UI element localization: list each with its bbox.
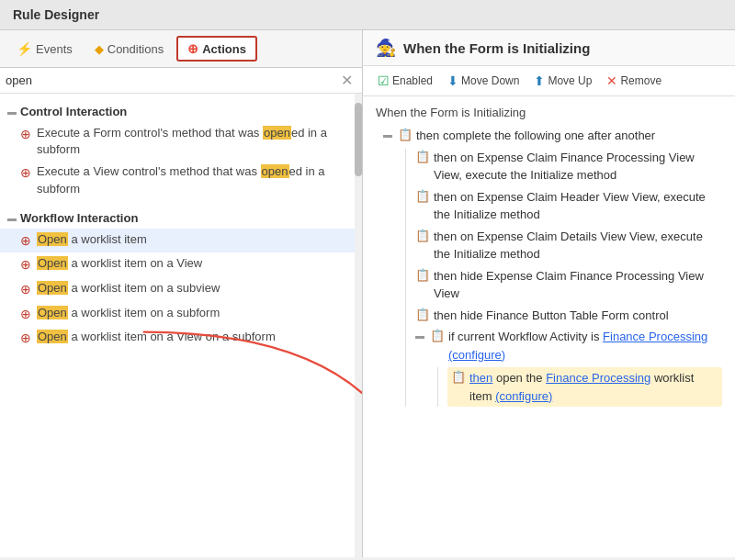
tree-icon-then-open: 📋: [451, 370, 466, 384]
link-configure-1[interactable]: (configure): [448, 348, 505, 362]
page-title: Rule Designer: [0, 0, 735, 30]
list-item-worklist-1[interactable]: ⊕ Open a worklist item: [0, 229, 362, 253]
section-workflow-label: Workflow Interaction: [20, 211, 138, 225]
section-toggle-workflow[interactable]: ▬: [7, 213, 17, 223]
tree-node-if-workflow: ▬ 📋 if current Workflow Activity is Fina…: [415, 328, 722, 364]
tree-text-expense-details: then on Expense Claim Details View View,…: [434, 228, 722, 263]
remove-button[interactable]: ✕ Remove: [601, 72, 667, 90]
tree-text-then-complete: then complete the following one after an…: [416, 127, 722, 145]
section-workflow-interaction: ▬ Workflow Interaction: [0, 207, 362, 229]
highlight-open-1: open: [261, 164, 289, 178]
tab-actions[interactable]: ⊕ Actions: [176, 36, 257, 62]
highlight-open-w4: Open: [37, 330, 68, 343]
move-down-label: Move Down: [461, 74, 519, 87]
link-finance-processing[interactable]: Finance Processing: [603, 330, 707, 343]
tree-root-label: When the Form is Initializing: [376, 106, 722, 119]
right-header-title: When the Form is Initializing: [403, 40, 590, 56]
tree-icon-then-complete: 📋: [398, 128, 413, 141]
list-item-view-control[interactable]: ⊕ Execute a View control's method that w…: [0, 161, 362, 199]
search-input[interactable]: [6, 73, 337, 87]
item-icon-w2: ⊕: [20, 281, 31, 299]
tree-text-hide-finance: then hide Expense Claim Finance Processi…: [434, 267, 722, 303]
item-text-w3: Open a worklist item on a subform: [37, 305, 220, 321]
item-icon-w4: ⊕: [20, 330, 31, 348]
tree-icon-hide-btn: 📋: [415, 308, 430, 321]
tree-icon-expense-header: 📋: [415, 189, 430, 203]
tab-events-label: Events: [36, 42, 73, 56]
scroll-track[interactable]: [355, 94, 362, 557]
link-finance-processing-2[interactable]: Finance Processing: [546, 371, 650, 385]
tree-node-then-open: 📋 then open the Finance Processing workl…: [447, 367, 722, 407]
tree-text-hide-btn: then hide Finance Button Table Form cont…: [434, 307, 722, 325]
right-content: When the Form is Initializing ▬ 📋 then c…: [363, 96, 735, 557]
tree-node-expense-header: 📋 then on Expense Claim Header View View…: [415, 188, 722, 224]
list-item-worklist-5[interactable]: ⊕ Open a worklist item on a View on a su…: [0, 326, 362, 351]
item-text-1: Execute a View control's method that was…: [37, 163, 355, 196]
highlight-open-w3: Open: [37, 306, 68, 319]
tree-node-hide-btn: 📋 then hide Finance Button Table Form co…: [415, 307, 722, 325]
enabled-label: Enabled: [392, 74, 433, 87]
enabled-icon: ☑: [378, 73, 390, 88]
tree-node-expense-finance: 📋 then on Expense Claim Finance Processi…: [415, 149, 722, 185]
actions-icon: ⊕: [187, 41, 198, 56]
list-item-worklist-3[interactable]: ⊕ Open a worklist item on a subview: [0, 277, 362, 302]
tree-text-expense-header: then on Expense Claim Header View View, …: [434, 188, 722, 224]
move-down-button[interactable]: ⬇ Move Down: [442, 72, 525, 90]
item-text-w4: Open a worklist item on a View on a subf…: [37, 329, 276, 345]
highlight-open-w1: Open: [37, 256, 68, 270]
move-down-icon: ⬇: [447, 73, 458, 88]
remove-icon: ✕: [606, 73, 617, 88]
link-then[interactable]: then: [469, 371, 492, 385]
link-configure-2[interactable]: (configure): [495, 389, 552, 403]
tree-text-expense-finance: then on Expense Claim Finance Processing…: [434, 149, 722, 185]
section-toggle-control[interactable]: ▬: [7, 106, 17, 117]
section-control-label: Control Interaction: [20, 105, 127, 118]
list-item-form-control[interactable]: ⊕ Execute a Form control's method that w…: [0, 122, 362, 161]
tree-icon-expense-finance: 📋: [415, 150, 430, 163]
tree-node-expense-details: 📋 then on Expense Claim Details View Vie…: [415, 228, 722, 263]
tree-node-then-complete: ▬ 📋 then complete the following one afte…: [383, 127, 722, 145]
move-up-button[interactable]: ⬆ Move Up: [528, 72, 597, 90]
left-content: ▬ Control Interaction ⊕ Execute a Form c…: [0, 94, 362, 557]
tab-conditions-label: Conditions: [107, 42, 164, 56]
highlight-open-w0: Open: [37, 232, 68, 246]
tree-icon-if-workflow: 📋: [430, 329, 445, 342]
enabled-button[interactable]: ☑ Enabled: [372, 72, 438, 90]
scroll-thumb[interactable]: [355, 103, 362, 176]
events-icon: ⚡: [17, 41, 32, 56]
right-header-icon: 🧙: [376, 38, 396, 58]
right-panel: 🧙 When the Form is Initializing ☑ Enable…: [363, 30, 735, 557]
highlight-open-w2: Open: [37, 281, 68, 295]
tab-actions-label: Actions: [202, 42, 246, 56]
toolbar: ☑ Enabled ⬇ Move Down ⬆ Move Up ✕ Remove: [363, 66, 735, 96]
toggle-then-complete[interactable]: ▬: [383, 129, 392, 140]
item-text-w0: Open a worklist item: [37, 231, 147, 248]
item-icon-w1: ⊕: [20, 256, 31, 274]
item-text-w1: Open a worklist item on a View: [37, 255, 202, 272]
list-item-worklist-4[interactable]: ⊕ Open a worklist item on a subform: [0, 302, 362, 327]
tree-text-if-workflow: if current Workflow Activity is Finance …: [448, 328, 722, 364]
list-item-worklist-2[interactable]: ⊕ Open a worklist item on a View: [0, 252, 362, 277]
tab-conditions[interactable]: ◆ Conditions: [85, 39, 173, 60]
tree-icon-expense-details: 📋: [415, 229, 430, 242]
toggle-if-workflow[interactable]: ▬: [415, 330, 424, 341]
conditions-icon: ◆: [95, 42, 104, 56]
item-icon-0: ⊕: [20, 126, 31, 144]
section-control-interaction: ▬ Control Interaction: [0, 101, 362, 122]
tabs-bar: ⚡ Events ◆ Conditions ⊕ Actions: [0, 30, 362, 68]
item-text-w2: Open a worklist item on a subview: [37, 280, 220, 297]
search-bar: ✕: [0, 68, 362, 94]
tab-events[interactable]: ⚡ Events: [7, 38, 82, 60]
close-icon[interactable]: ✕: [337, 72, 356, 89]
tree-icon-hide-finance: 📋: [415, 268, 430, 282]
remove-label: Remove: [620, 74, 662, 87]
item-icon-w0: ⊕: [20, 232, 31, 251]
item-text-0: Execute a Form control's method that was…: [37, 125, 355, 158]
left-panel: ⚡ Events ◆ Conditions ⊕ Actions ✕ ▬ Cont…: [0, 30, 363, 557]
tree-text-then-open: then open the Finance Processing worklis…: [469, 369, 718, 405]
item-icon-w3: ⊕: [20, 306, 31, 324]
tree-node-hide-finance: 📋 then hide Expense Claim Finance Proces…: [415, 267, 722, 303]
highlight-open-0: open: [263, 126, 291, 140]
right-header: 🧙 When the Form is Initializing: [363, 30, 735, 66]
move-up-label: Move Up: [548, 74, 592, 87]
